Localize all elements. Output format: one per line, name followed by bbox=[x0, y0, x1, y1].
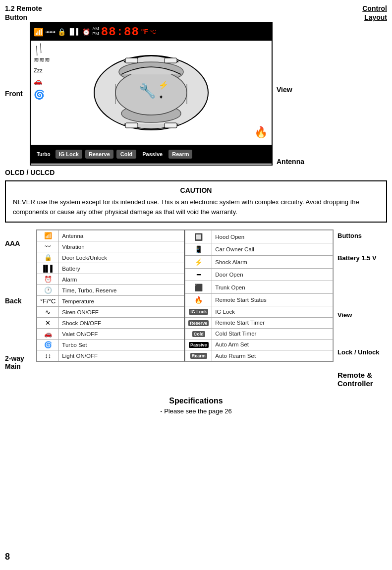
right-label-cell: Trunk Open bbox=[212, 281, 333, 294]
left-table-row: ✕ Shock ON/OFF bbox=[37, 318, 185, 329]
left-side-labels: AAA Back 2-way Main bbox=[5, 229, 32, 370]
right-icon-cell: 🔲 bbox=[185, 230, 212, 243]
left-table-row: ∿ Siren ON/OFF bbox=[37, 307, 185, 318]
left-label-cell: Turbo Set bbox=[59, 340, 184, 350]
aaa-label: AAA bbox=[5, 239, 32, 247]
left-icon-cell: ↕↕ bbox=[37, 350, 59, 361]
flame-icon: 🔥 bbox=[254, 126, 268, 139]
digital-time-display: 88:88 bbox=[101, 25, 139, 39]
header-left-line1: 1.2 Remote bbox=[5, 4, 42, 13]
left-label-cell: Time, Turbo, Reserve bbox=[59, 285, 184, 296]
car-body: ╱╱ ≋≋≋ Zzz 🚗 🌀 bbox=[31, 41, 272, 145]
front-label-container: Front bbox=[5, 22, 30, 166]
left-icon-cell: 🚗 bbox=[37, 329, 59, 340]
diagonal-icon1: ╱╱ bbox=[33, 40, 52, 56]
specs-label: Specifications bbox=[0, 397, 392, 405]
caution-title: CAUTION bbox=[13, 186, 379, 194]
header-right: Control Layout bbox=[362, 4, 387, 22]
wave-icon: ≈≈≈ bbox=[46, 28, 56, 35]
right-table-row: IG Lock IG Lock bbox=[185, 306, 333, 317]
passive-button: Passive bbox=[139, 150, 166, 159]
right-icon-cell: 🔥 bbox=[185, 293, 212, 306]
right-label-cell: Shock Alarm bbox=[212, 256, 333, 269]
left-icon-cell: 〰 bbox=[37, 241, 59, 252]
signal-icon: 📶 bbox=[34, 27, 44, 37]
right-table-row: Rearm Auto Rearm Set bbox=[185, 350, 333, 361]
ig-lock-button: IG Lock bbox=[56, 150, 82, 159]
spiral-icon: 🌀 bbox=[34, 89, 50, 100]
zz-icon: Zzz bbox=[34, 67, 50, 73]
left-label-cell: Battery bbox=[59, 263, 184, 274]
left-table-row: 🔒 Door Lock/Unlock bbox=[37, 252, 185, 263]
car-display: 📶 ≈≈≈ 🔒 ▐▌▌ ⏰ AM PM 88:88 °F °C ╱╱ bbox=[30, 22, 273, 166]
rearm-button: Rearm bbox=[168, 150, 192, 159]
right-label-cell: Hood Open bbox=[212, 230, 333, 243]
left-icon-cell: 🔒 bbox=[37, 252, 59, 263]
header-left: 1.2 Remote Button bbox=[5, 4, 42, 22]
left-label-cell: Alarm bbox=[59, 274, 184, 285]
header-right-line2: Layout bbox=[362, 13, 387, 22]
footer: Specifications - Please see the page 26 bbox=[0, 390, 392, 418]
svg-rect-7 bbox=[165, 123, 177, 128]
right-icon-cell: Cold bbox=[185, 328, 212, 339]
car-display-section: Front 📶 ≈≈≈ 🔒 ▐▌▌ ⏰ AM PM 88:88 °F °C bbox=[0, 22, 392, 166]
left-icon-cell: 🌀 bbox=[37, 340, 59, 350]
remote-controller-label: Remote & Controller bbox=[337, 371, 387, 388]
header-left-line2: Button bbox=[5, 13, 42, 22]
left-label-cell: Valet ON/OFF bbox=[59, 329, 184, 340]
alarm-icon: ⏰ bbox=[82, 28, 90, 36]
two-way-line1: 2-way bbox=[5, 354, 32, 362]
left-label-cell: Shock ON/OFF bbox=[59, 318, 184, 329]
remote-line2: Controller bbox=[337, 379, 387, 388]
right-icon-cell: Reserve bbox=[185, 317, 212, 328]
view-label: View bbox=[277, 86, 305, 94]
right-icon-cell: Passive bbox=[185, 339, 212, 350]
status-bar: 📶 ≈≈≈ 🔒 ▐▌▌ ⏰ AM PM 88:88 °F °C bbox=[31, 23, 272, 41]
two-way-label: 2-way Main bbox=[5, 354, 32, 370]
left-icon-cell: ▐▌▌ bbox=[37, 263, 59, 274]
front-label: Front bbox=[5, 90, 27, 98]
battery-label: Battery 1.5 V bbox=[337, 254, 387, 262]
right-label-cell: Remote Start Status bbox=[212, 293, 333, 306]
left-table-row: ▐▌▌ Battery bbox=[37, 263, 185, 274]
right-icon-cell: ⬛ bbox=[185, 281, 212, 294]
page-number: 8 bbox=[5, 552, 10, 562]
left-table-row: 〰 Vibration bbox=[37, 241, 185, 252]
left-label-cell: Light ON/OFF bbox=[59, 350, 184, 361]
right-label-cell: Car Owner Call bbox=[212, 243, 333, 256]
caution-box: CAUTION NEVER use the system except for … bbox=[5, 180, 387, 223]
right-label-cell: Cold Start Timer bbox=[212, 328, 333, 339]
right-label-cell: Auto Rearm Set bbox=[212, 350, 333, 361]
antenna-label: Antenna bbox=[277, 158, 305, 166]
left-table-row: 📶 Antenna bbox=[37, 230, 185, 241]
back-label: Back bbox=[5, 297, 32, 305]
view-diagram-label: View bbox=[337, 311, 387, 319]
right-label-cell: Door Open bbox=[212, 268, 333, 281]
left-icon-cell: °F/°C bbox=[37, 296, 59, 307]
left-label-cell: Antenna bbox=[59, 230, 184, 241]
left-table-row: °F/°C Temperature bbox=[37, 296, 185, 307]
cold-button: Cold bbox=[116, 150, 136, 159]
svg-rect-6 bbox=[125, 123, 138, 128]
car-svg: 🔧 ⚡ ✦ bbox=[72, 47, 230, 139]
right-table-row: Passive Auto Arm Set bbox=[185, 339, 333, 350]
left-table-row: 🕐 Time, Turbo, Reserve bbox=[37, 285, 185, 296]
remote-line1: Remote & bbox=[337, 371, 387, 379]
lock-unlock-label: Lock / Unlock bbox=[337, 348, 387, 356]
pm-label: PM bbox=[92, 32, 99, 37]
right-icon-cell: ⚡ bbox=[185, 256, 212, 269]
buttons-label: Buttons bbox=[337, 232, 387, 239]
lock-icon: 🔒 bbox=[57, 28, 66, 36]
right-icon-table: 🔲 Hood Open 📱 Car Owner Call ⚡ Shock Ala… bbox=[185, 230, 333, 361]
left-table-row: ⏰ Alarm bbox=[37, 274, 185, 285]
right-table-row: 📱 Car Owner Call bbox=[185, 243, 333, 256]
svg-rect-4 bbox=[125, 58, 138, 63]
two-way-line2: Main bbox=[5, 362, 32, 370]
left-icon-table: 📶 Antenna 〰 Vibration 🔒 Door Lock/Unlock… bbox=[37, 230, 185, 361]
right-table-row: Cold Cold Start Timer bbox=[185, 328, 333, 339]
car-left-icons: ╱╱ ≋≋≋ Zzz 🚗 🌀 bbox=[34, 43, 50, 100]
footer-sub: - Please see the page 26 bbox=[0, 407, 392, 415]
caution-text: NEVER use the system except for its inte… bbox=[13, 197, 379, 217]
svg-text:🔧: 🔧 bbox=[139, 83, 156, 99]
right-icon-cell: ━ bbox=[185, 268, 212, 281]
